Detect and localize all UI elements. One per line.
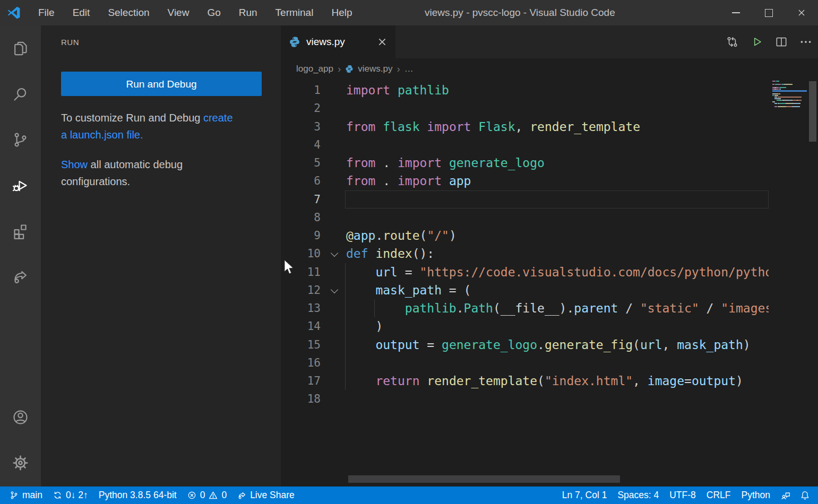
code-text[interactable]: output = generate_logo.generate_fig(url,… (346, 336, 751, 354)
window-controls (719, 0, 818, 25)
code-text[interactable]: url = "https://code.visualstudio.com/doc… (346, 263, 769, 281)
source-control-icon (12, 131, 29, 149)
status-python-version[interactable]: Python 3.8.5 64-bit (93, 486, 182, 504)
line-number: 3 (281, 118, 321, 136)
sidebar-item-live-share[interactable] (0, 254, 41, 299)
code-text[interactable]: from . import app (346, 172, 471, 190)
line-number: 5 (281, 154, 321, 172)
customize-debug-text: To customize Run and Debug createa launc… (61, 109, 273, 143)
menu-item-selection[interactable]: Selection (99, 0, 158, 25)
menu-item-run[interactable]: Run (230, 0, 266, 25)
code-line: 15 output = generate_logo.generate_fig(u… (281, 336, 769, 354)
debug-icon (12, 177, 29, 194)
minimap[interactable] (772, 81, 807, 109)
code-text[interactable]: pathlib.Path(__file__).parent / "static"… (346, 299, 769, 317)
tab-close-icon[interactable] (377, 37, 388, 47)
more-actions-icon[interactable] (799, 35, 813, 49)
code-line: 8 (281, 208, 769, 227)
open-changes-icon[interactable] (726, 35, 739, 49)
vertical-scrollbar-thumb[interactable] (809, 81, 816, 142)
code-line: 11 url = "https://code.visualstudio.com/… (281, 263, 769, 281)
code-text[interactable]: mask_path = ( (346, 281, 471, 299)
code-editor[interactable]: 1import pathlib23from flask import Flask… (281, 80, 769, 486)
vscode-window: FileEditSelectionViewGoRunTerminalHelp v… (0, 0, 818, 504)
show-configurations-text: Show all automatic debugconfigurations. (61, 156, 273, 190)
settings-button[interactable] (0, 440, 41, 485)
code-text[interactable]: from . import generate_logo (346, 154, 545, 172)
code-line: 1import pathlib (281, 81, 769, 99)
close-icon[interactable] (785, 0, 818, 25)
code-text[interactable]: @app.route("/") (346, 227, 457, 245)
feedback-button[interactable] (776, 486, 795, 504)
current-line-highlight (345, 190, 769, 208)
menu-item-view[interactable]: View (159, 0, 199, 25)
status-indentation[interactable]: Spaces: 4 (612, 486, 664, 504)
menu-item-file[interactable]: File (29, 0, 64, 25)
code-text[interactable]: from flask import Flask, render_template (346, 118, 640, 136)
code-text[interactable]: ) (346, 317, 383, 335)
sidebar-item-extensions[interactable] (0, 208, 41, 254)
line-number: 15 (281, 336, 321, 354)
breadcrumb-more[interactable]: … (404, 64, 414, 74)
code-line: 18 (281, 390, 769, 408)
chevron-right-icon: › (338, 63, 341, 75)
code-line: 12 mask_path = ( (281, 281, 769, 299)
code-line: 7 (281, 190, 769, 208)
account-icon (12, 409, 29, 426)
status-live-share[interactable]: Live Share (232, 486, 300, 504)
window-title: views.py - pvscc-logo - Visual Studio Co… (425, 0, 615, 25)
code-text[interactable]: def index(): (346, 245, 434, 263)
code-line: 6from . import app (281, 172, 769, 190)
code-text[interactable]: import pathlib (346, 81, 449, 99)
sidebar-item-search[interactable] (0, 71, 41, 117)
maximize-icon[interactable] (752, 0, 785, 25)
warning-triangle-icon (209, 491, 218, 500)
menu-item-terminal[interactable]: Terminal (266, 0, 323, 25)
menu-item-edit[interactable]: Edit (64, 0, 99, 25)
status-problems[interactable]: 0 0 (182, 486, 232, 504)
fold-chevron-icon[interactable] (331, 286, 338, 293)
run-and-debug-button[interactable]: Run and Debug (61, 72, 262, 96)
minimize-icon[interactable] (719, 0, 752, 25)
error-circle-icon (187, 491, 196, 500)
run-panel: RUN Run and Debug To customize Run and D… (41, 25, 281, 486)
line-number: 17 (281, 372, 321, 390)
sidebar-item-run-and-debug[interactable] (0, 162, 41, 208)
horizontal-scrollbar-thumb[interactable] (348, 475, 620, 483)
bell-icon (800, 491, 810, 500)
show-configurations-link[interactable]: Show (61, 159, 88, 170)
notifications-button[interactable] (795, 486, 815, 504)
menu-item-help[interactable]: Help (322, 0, 361, 25)
status-language[interactable]: Python (736, 486, 776, 504)
status-branch[interactable]: main (4, 486, 48, 504)
split-editor-icon[interactable] (774, 35, 788, 49)
code-line: 14 ) (281, 317, 769, 335)
feedback-icon (781, 491, 790, 500)
menu-item-go[interactable]: Go (198, 0, 229, 25)
code-line: 16 (281, 354, 769, 372)
account-button[interactable] (0, 394, 41, 440)
status-line-col[interactable]: Ln 7, Col 1 (557, 486, 613, 504)
status-bar: main 0↓ 2↑ Python 3.8.5 64-bit 0 (0, 486, 818, 504)
run-icon[interactable] (750, 35, 764, 49)
status-encoding[interactable]: UTF-8 (664, 486, 701, 504)
tab-views-py[interactable]: views.py (281, 25, 395, 58)
tab-label: views.py (306, 36, 345, 48)
indent-guide (345, 263, 346, 281)
code-line: 9@app.route("/") (281, 227, 769, 245)
live-share-icon (237, 491, 246, 500)
sidebar-item-explorer[interactable] (0, 25, 41, 71)
sidebar-item-source-control[interactable] (0, 117, 41, 162)
menubar: FileEditSelectionViewGoRunTerminalHelp (29, 0, 361, 25)
breadcrumb-file[interactable]: views.py (358, 64, 392, 74)
editor-group: views.py (281, 25, 818, 486)
code-text[interactable]: return render_template("index.html", ima… (346, 372, 743, 390)
fold-chevron-icon[interactable] (331, 249, 338, 257)
line-number: 6 (281, 172, 321, 190)
breadcrumb-folder[interactable]: logo_app (296, 64, 333, 74)
status-sync[interactable]: 0↓ 2↑ (48, 486, 93, 504)
status-eol[interactable]: CRLF (701, 486, 736, 504)
line-number: 12 (281, 281, 321, 299)
tab-bar: views.py (281, 25, 818, 58)
share-arrow-icon (12, 268, 29, 285)
